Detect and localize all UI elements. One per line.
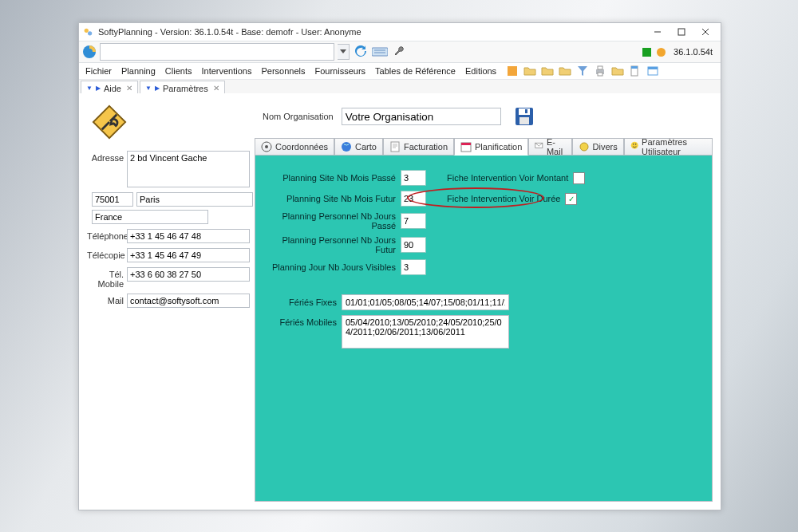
fiche-montant-checkbox[interactable] — [573, 172, 585, 184]
close-icon[interactable]: ✕ — [213, 84, 219, 93]
fiche-duree-checkbox[interactable]: ✓ — [565, 193, 577, 205]
tab-coordonnees[interactable]: Coordonnées — [255, 138, 334, 156]
svg-rect-3 — [678, 29, 685, 35]
mail-icon — [535, 141, 543, 152]
menu-planning[interactable]: Planning — [117, 65, 160, 77]
wrench-icon[interactable] — [391, 44, 407, 60]
svg-rect-29 — [391, 142, 399, 152]
titlebar: SoftyPlanning - Version: 36.1.0.54t - Ba… — [79, 23, 721, 41]
svg-rect-21 — [519, 108, 530, 115]
fax-input[interactable] — [127, 248, 250, 262]
org-name-input[interactable] — [342, 108, 501, 125]
menubar: Fichier Planning Clients Interventions P… — [79, 63, 721, 80]
target-icon — [261, 141, 272, 152]
feries-fixes-input[interactable] — [342, 294, 509, 310]
address-bar: 36.1.0.54t — [79, 41, 721, 63]
pers-futur-input[interactable] — [401, 237, 426, 253]
close-button[interactable] — [693, 24, 717, 40]
status-orange-dot — [657, 48, 666, 57]
toolbar-folder3-icon[interactable] — [559, 65, 571, 77]
svg-rect-17 — [631, 66, 638, 69]
address-label: Adresse — [87, 151, 127, 163]
toolbar-print-icon[interactable] — [594, 65, 606, 77]
menu-interventions[interactable]: Interventions — [196, 65, 256, 77]
city-input[interactable] — [136, 192, 253, 207]
app-icon — [82, 26, 93, 37]
svg-rect-19 — [648, 67, 658, 69]
pers-past-input[interactable] — [401, 213, 426, 229]
refresh-icon[interactable] — [353, 44, 369, 60]
jours-visibles-input[interactable] — [401, 259, 426, 275]
mobile-label: Tél. Mobile — [87, 267, 127, 289]
tab-label: Paramètres — [163, 84, 208, 93]
menu-fichier[interactable]: Fichier — [81, 65, 117, 77]
site-past-input[interactable] — [401, 170, 426, 186]
status-green-dot — [642, 48, 651, 57]
toolbar-file-icon[interactable] — [629, 65, 642, 77]
mail-label: Mail — [87, 294, 127, 305]
toolbar-window-icon[interactable] — [646, 65, 659, 77]
address-input[interactable] — [127, 151, 250, 187]
svg-point-28 — [342, 142, 351, 152]
menu-tables[interactable]: Tables de Référence — [370, 65, 460, 77]
country-input[interactable] — [92, 210, 208, 224]
app-window: SoftyPlanning - Version: 36.1.0.54t - Ba… — [78, 22, 721, 510]
planification-panel: Planning Site Nb Mois Passé Fiche Interv… — [255, 156, 713, 502]
tab-email[interactable]: E-Mail — [528, 138, 571, 156]
triangle-right-icon: ▶ — [155, 85, 160, 92]
fax-label: Télécopie — [87, 248, 127, 260]
tab-carto[interactable]: Carto — [334, 138, 383, 156]
site-futur-input[interactable] — [401, 191, 426, 207]
menu-fournisseurs[interactable]: Fournisseurs — [310, 65, 371, 77]
window-title: SoftyPlanning - Version: 36.1.0.54t - Ba… — [98, 27, 361, 37]
svg-point-1 — [88, 31, 92, 35]
svg-rect-10 — [642, 48, 651, 57]
mobile-input[interactable] — [127, 267, 250, 282]
minimize-button[interactable] — [646, 24, 670, 40]
feries-fixes-label: Fériés Fixes — [260, 298, 342, 307]
keyboard-icon[interactable] — [372, 44, 388, 60]
svg-rect-31 — [461, 143, 471, 145]
invoice-icon — [389, 141, 401, 152]
maximize-button[interactable] — [670, 24, 693, 40]
svg-point-33 — [580, 143, 588, 151]
toolbar-filter-icon[interactable] — [576, 65, 589, 77]
fiche-duree-label: Fiche Intervention Voir Durée — [447, 194, 560, 203]
toolbar-folder2-icon[interactable] — [541, 65, 554, 77]
jours-visibles-label: Planning Jour Nb Jours Visibles — [260, 262, 401, 272]
internet-icon — [82, 45, 97, 59]
svg-rect-23 — [525, 109, 527, 113]
toolbar-folder1-icon[interactable] — [523, 65, 536, 77]
feries-mobiles-label: Fériés Mobiles — [260, 315, 342, 327]
close-icon[interactable]: ✕ — [126, 84, 132, 93]
svg-point-36 — [635, 144, 636, 144]
content-area: Nom Organisation Adresse — [79, 93, 721, 510]
mail-input[interactable] — [127, 294, 250, 308]
menu-editions[interactable]: Editions — [460, 65, 501, 77]
tools-icon — [92, 104, 127, 140]
phone-label: Téléphone — [87, 229, 127, 241]
pers-futur-label: Planning Personnel Nb Jours Futur — [260, 235, 401, 254]
toolbar-folder4-icon[interactable] — [611, 65, 624, 77]
tab-facturation[interactable]: Facturation — [383, 138, 454, 156]
zip-input[interactable] — [92, 192, 133, 207]
misc-icon — [579, 141, 590, 152]
address-dropdown[interactable] — [338, 44, 350, 60]
toolbar-book-icon[interactable] — [506, 65, 519, 77]
org-details: Adresse Téléphone Télécopie Tél. Mobile — [87, 104, 250, 313]
phone-input[interactable] — [127, 229, 250, 243]
triangle-down-icon: ▼ — [86, 85, 93, 92]
address-input[interactable] — [100, 43, 334, 61]
site-futur-label: Planning Site Nb Mois Futur — [260, 194, 401, 203]
tab-user-params[interactable]: Paramètres Utilisateur — [624, 138, 713, 156]
feries-mobiles-input[interactable] — [342, 315, 509, 349]
menu-personnels[interactable]: Personnels — [256, 65, 310, 77]
tab-planification[interactable]: Planification — [454, 138, 528, 156]
save-icon[interactable] — [514, 106, 535, 127]
tab-divers[interactable]: Divers — [572, 138, 624, 156]
triangle-right-icon: ▶ — [96, 85, 101, 92]
settings-tabs: Coordonnées Carto Facturation Planificat… — [255, 138, 713, 502]
fiche-montant-label: Fiche Intervention Voir Montant — [447, 173, 568, 183]
menu-clients[interactable]: Clients — [160, 65, 197, 77]
site-past-label: Planning Site Nb Mois Passé — [260, 173, 401, 183]
